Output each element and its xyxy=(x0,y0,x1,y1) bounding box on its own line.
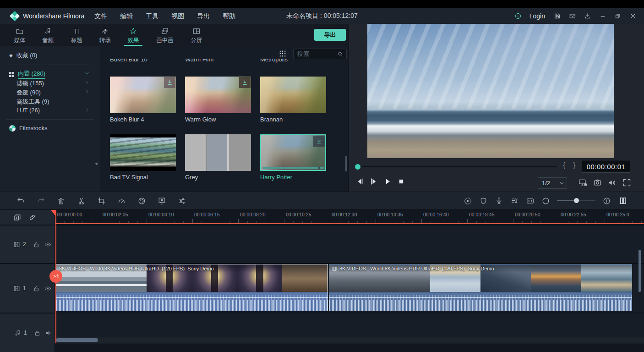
scrubber-handle[interactable] xyxy=(355,164,360,170)
save-icon[interactable] xyxy=(554,12,561,20)
speaker-icon[interactable] xyxy=(45,329,53,337)
crop-icon[interactable] xyxy=(97,197,106,205)
tab-transitions[interactable]: 转场 xyxy=(91,24,119,46)
clip-audio-waveform xyxy=(56,292,327,311)
effects-scrollbar[interactable] xyxy=(345,156,347,171)
effect-card-grey[interactable]: Grey xyxy=(185,134,251,181)
lock-icon[interactable] xyxy=(33,241,40,248)
menu-edit[interactable]: 编辑 xyxy=(114,8,139,24)
restore-button[interactable] xyxy=(614,12,622,20)
timeline-ruler[interactable]: 00:00:00:00 00:00:02:05 00:00:04:10 00:0… xyxy=(55,210,644,224)
tab-titles[interactable]: 标题 xyxy=(62,24,91,46)
tab-effects[interactable]: 效果 xyxy=(119,24,147,46)
color-palette-icon[interactable] xyxy=(137,197,146,205)
audio-mixer-icon[interactable] xyxy=(510,197,519,205)
panel-collapse-icon[interactable]: ◂ xyxy=(95,160,98,166)
render-preview-icon[interactable] xyxy=(464,197,472,205)
stop-button[interactable] xyxy=(397,177,406,186)
effect-card-warm-glow[interactable]: Warm Glow xyxy=(185,77,251,123)
next-frame-button[interactable] xyxy=(369,177,378,186)
chevron-right-icon[interactable] xyxy=(84,80,90,85)
chevron-down-icon[interactable] xyxy=(84,71,90,76)
fullscreen-icon[interactable] xyxy=(622,178,632,187)
minimize-button[interactable] xyxy=(599,12,606,20)
close-button[interactable] xyxy=(629,12,637,20)
link-icon[interactable] xyxy=(28,213,37,222)
speed-icon[interactable] xyxy=(117,197,126,205)
effect-card-harry-potter[interactable]: Harry Potter xyxy=(260,134,326,181)
menu-help[interactable]: 帮助 xyxy=(216,8,242,24)
tab-media[interactable]: 媒体 xyxy=(5,24,34,46)
effect-card-bokeh-blur-4[interactable]: Bokeh Blur 4 xyxy=(110,77,176,123)
display-settings-icon[interactable] xyxy=(578,178,588,187)
sidebar-item-filters[interactable]: 滤镜 (155) xyxy=(16,79,44,88)
delete-icon[interactable] xyxy=(57,197,65,205)
eye-icon[interactable] xyxy=(44,285,52,292)
sidebar-item-filmstocks[interactable]: Filmstocks xyxy=(9,125,47,132)
zoom-in-icon[interactable] xyxy=(602,197,611,205)
lock-icon[interactable] xyxy=(33,329,41,337)
timeline-horizontal-scrollbar-track[interactable] xyxy=(55,337,644,343)
menu-export[interactable]: 导出 xyxy=(191,8,216,24)
zoom-out-icon[interactable] xyxy=(541,197,550,205)
chevron-right-icon[interactable] xyxy=(84,107,90,113)
playhead-split-button[interactable] xyxy=(49,270,62,283)
update-download-icon[interactable] xyxy=(584,12,591,20)
scrubber-track[interactable] xyxy=(361,166,557,167)
split-scissors-icon[interactable] xyxy=(77,197,86,205)
sidebar-item-favorites[interactable]: ♥ 收藏 (0) xyxy=(9,51,37,60)
mark-in-icon[interactable]: { xyxy=(563,161,565,170)
eye-icon[interactable] xyxy=(44,241,52,248)
timeline-clip-1[interactable]: 8K VIDEOS World 8K Videos HDR UltraHD (1… xyxy=(56,264,328,311)
green-screen-icon[interactable] xyxy=(158,197,166,205)
lock-icon[interactable] xyxy=(33,285,40,292)
effect-card-bad-tv-signal[interactable]: Bad TV Signal xyxy=(110,134,176,181)
marker-icon[interactable] xyxy=(479,197,488,205)
fit-timeline-icon[interactable] xyxy=(526,197,535,205)
search-icon[interactable] xyxy=(337,51,344,57)
timeline-zoom-slider[interactable] xyxy=(557,192,595,209)
menu-file[interactable]: 文件 xyxy=(88,8,114,24)
tab-pip[interactable]: 画中画 xyxy=(147,24,182,46)
playback-quality-dropdown[interactable]: 1/2 xyxy=(538,177,567,189)
track-header-video-1[interactable]: 1 xyxy=(0,264,55,313)
chevron-right-icon[interactable] xyxy=(84,89,90,94)
redo-icon[interactable] xyxy=(37,197,45,205)
volume-icon[interactable] xyxy=(607,178,617,187)
current-timecode[interactable]: 00:00:00:01 xyxy=(582,160,630,173)
adjust-sliders-icon[interactable] xyxy=(178,197,186,205)
grid-icon xyxy=(9,72,14,77)
tab-audio[interactable]: 音频 xyxy=(34,24,62,46)
sidebar-item-builtin[interactable]: 内置 (280) xyxy=(9,70,45,79)
sidebar-item-advanced-tools[interactable]: 高级工具 (9) xyxy=(16,98,49,106)
tab-split-screen[interactable]: 分屏 xyxy=(182,24,211,46)
login-button[interactable]: Login xyxy=(529,12,545,20)
previous-frame-button[interactable] xyxy=(355,177,365,186)
sidebar-item-lut[interactable]: LUT (26) xyxy=(16,107,40,114)
mail-icon[interactable] xyxy=(569,12,576,20)
video-track-icon xyxy=(13,241,21,248)
timeline-horizontal-scrollbar-thumb[interactable] xyxy=(56,338,98,342)
timeline-vertical-scrollbar[interactable] xyxy=(639,250,641,292)
slider-handle[interactable] xyxy=(574,198,579,203)
timeline-clip-2[interactable]: 8K VIDEOS World 8K Videos HDR UltraHD (1… xyxy=(329,264,632,311)
info-icon[interactable] xyxy=(514,12,522,20)
mark-out-icon[interactable]: } xyxy=(573,161,575,170)
voiceover-mic-icon[interactable] xyxy=(495,197,503,205)
video-track-2-lane[interactable] xyxy=(55,226,644,263)
panel-layout-icon[interactable] xyxy=(618,196,628,206)
play-button[interactable] xyxy=(383,177,392,186)
search-input[interactable] xyxy=(294,50,337,57)
add-track-icon[interactable] xyxy=(13,213,22,222)
menu-view[interactable]: 视图 xyxy=(165,8,191,24)
track-header-video-2[interactable]: 2 xyxy=(0,226,55,263)
menu-tools[interactable]: 工具 xyxy=(139,8,165,24)
grid-view-icon[interactable] xyxy=(278,50,287,58)
undo-icon[interactable] xyxy=(16,197,25,205)
effect-card-brannan[interactable]: Brannan xyxy=(260,77,326,123)
ribbon-tabs: 媒体 音频 标题 转场 效果 画中画 xyxy=(0,24,349,46)
sidebar-item-overlays[interactable]: 叠覆 (90) xyxy=(16,88,41,97)
track-header-audio-1[interactable]: 1 xyxy=(0,314,55,352)
export-button[interactable]: 导出 xyxy=(314,29,346,41)
snapshot-camera-icon[interactable] xyxy=(593,178,602,187)
